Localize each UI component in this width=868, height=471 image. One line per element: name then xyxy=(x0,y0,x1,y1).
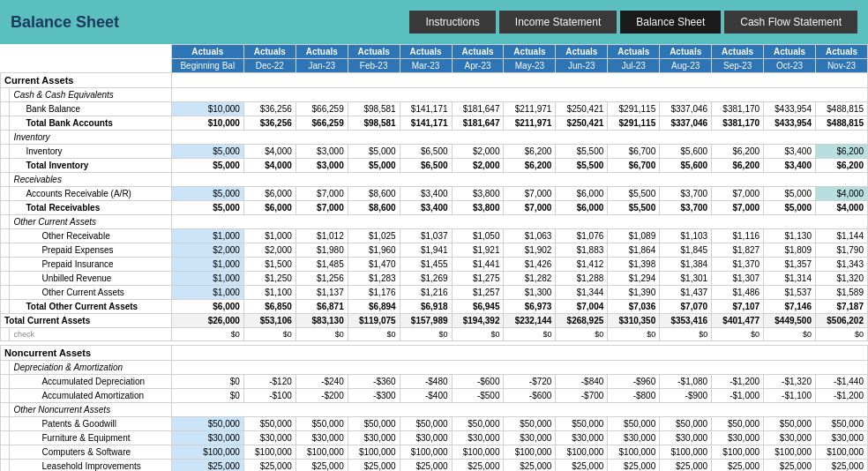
row-furniture-equipment: Furniture & Equipment $30,000 $30,000 $3… xyxy=(1,431,868,445)
row-accumulated-amortization: Accumulated Amortization $0 -$100 -$200 … xyxy=(1,389,868,403)
nav-instructions[interactable]: Instructions xyxy=(409,11,495,34)
row-prepaid-insurance: Prepaid Insurance $1,000 $1,500 $1,485 $… xyxy=(1,258,868,272)
row-other-current-assets-detail: Other Current Assets $1,000 $1,100 $1,13… xyxy=(1,286,868,300)
row-other-receivable: Other Receivable $1,000 $1,000 $1,012 $1… xyxy=(1,229,868,243)
section-noncurrent-assets: Noncurrent Assets xyxy=(1,346,868,361)
col-period-oct23: Oct-23 xyxy=(764,59,816,73)
row-check: check $0 $0 $0 $0 $0 $0 $0 $0 $0 $0 $0 $… xyxy=(1,328,868,341)
col-period-beg: Beginning Bal xyxy=(171,59,243,73)
app-container: Balance Sheet Instructions Income Statem… xyxy=(0,0,868,471)
col-header-actuals-7: Actuals xyxy=(504,45,556,59)
subsection-other-noncurrent: Other Noncurrent Assets xyxy=(1,403,868,417)
col-period-jun23: Jun-23 xyxy=(556,59,608,73)
row-computers-software: Computers & Software $100,000 $100,000 $… xyxy=(1,445,868,460)
nav-balance-sheet[interactable]: Balance Sheet xyxy=(620,11,721,34)
spreadsheet-area[interactable]: Actuals Actuals Actuals Actuals Actuals … xyxy=(0,44,868,471)
row-leasehold-improvements: Leasehold Improvements $25,000 $25,000 $… xyxy=(1,460,868,472)
col-header-actuals-10: Actuals xyxy=(660,45,712,59)
col-period-dec22: Dec-22 xyxy=(243,59,296,73)
col-header-actuals-4: Actuals xyxy=(348,45,400,59)
row-prepaid-expenses: Prepaid Expenses $2,000 $2,000 $1,980 $1… xyxy=(1,243,868,258)
row-total-other-current-assets: Total Other Current Assets $6,000 $6,850… xyxy=(1,300,868,314)
col-period-apr23: Apr-23 xyxy=(452,59,504,73)
row-unbilled-revenue: Unbilled Revenue $1,000 $1,250 $1,256 $1… xyxy=(1,272,868,286)
row-total-inventory: Total Inventory $5,000 $4,000 $3,000 $5,… xyxy=(1,159,868,173)
col-header-actuals-13: Actuals xyxy=(816,45,868,59)
col-period-may23: May-23 xyxy=(504,59,556,73)
subsection-receivables: Receivables xyxy=(1,173,868,187)
col-header-actuals-11: Actuals xyxy=(712,45,764,59)
page-title: Balance Sheet xyxy=(11,13,409,32)
nav-income-statement[interactable]: Income Statement xyxy=(499,11,617,34)
subsection-inventory: Inventory xyxy=(1,131,868,145)
col-header-actuals-3: Actuals xyxy=(296,45,348,59)
row-patents-goodwill: Patents & Goodwill $50,000 $50,000 $50,0… xyxy=(1,417,868,431)
row-total-current-assets: Total Current Assets $26,000 $53,106 $83… xyxy=(1,314,868,328)
col-header-actuals-12: Actuals xyxy=(764,45,816,59)
header-row-periods: Beginning Bal Dec-22 Jan-23 Feb-23 Mar-2… xyxy=(1,59,868,73)
col-period-jul23: Jul-23 xyxy=(608,59,660,73)
subsection-depreciation: Depreciation & Amortization xyxy=(1,361,868,375)
row-accounts-receivable: Accounts Receivable (A/R) $5,000 $6,000 … xyxy=(1,187,868,201)
col-header-actuals-6: Actuals xyxy=(452,45,504,59)
header-row-actuals: Actuals Actuals Actuals Actuals Actuals … xyxy=(1,45,868,59)
col-period-aug23: Aug-23 xyxy=(660,59,712,73)
row-inventory: Inventory $5,000 $4,000 $3,000 $5,000 $6… xyxy=(1,145,868,159)
row-accumulated-depreciation: Accumulated Depreciation $0 -$120 -$240 … xyxy=(1,375,868,389)
header: Balance Sheet Instructions Income Statem… xyxy=(0,0,868,44)
nav-buttons: Instructions Income Statement Balance Sh… xyxy=(409,11,857,34)
subsection-cash: Cash & Cash Equivalents xyxy=(1,88,868,102)
col-period-nov23: Nov-23 xyxy=(816,59,868,73)
section-current-assets: Current Assets xyxy=(1,73,868,88)
balance-sheet-table: Actuals Actuals Actuals Actuals Actuals … xyxy=(0,44,868,471)
col-header-actuals-8: Actuals xyxy=(556,45,608,59)
col-period-sep23: Sep-23 xyxy=(712,59,764,73)
col-header-actuals-9: Actuals xyxy=(608,45,660,59)
row-total-bank-accounts: Total Bank Accounts $10,000 $36,256 $66,… xyxy=(1,116,868,131)
col-header-actuals-1: Actuals xyxy=(171,45,243,59)
row-total-receivables: Total Receivables $5,000 $6,000 $7,000 $… xyxy=(1,201,868,215)
row-bank-balance: Bank Balance $10,000 $36,256 $66,259 $98… xyxy=(1,102,868,116)
col-period-feb23: Feb-23 xyxy=(348,59,400,73)
nav-cash-flow[interactable]: Cash Flow Statement xyxy=(724,11,857,34)
col-header-actuals-5: Actuals xyxy=(400,45,452,59)
col-period-jan23: Jan-23 xyxy=(296,59,348,73)
col-header-actuals-2: Actuals xyxy=(243,45,296,59)
subsection-other-current-assets: Other Current Assets xyxy=(1,215,868,229)
col-period-mar23: Mar-23 xyxy=(400,59,452,73)
